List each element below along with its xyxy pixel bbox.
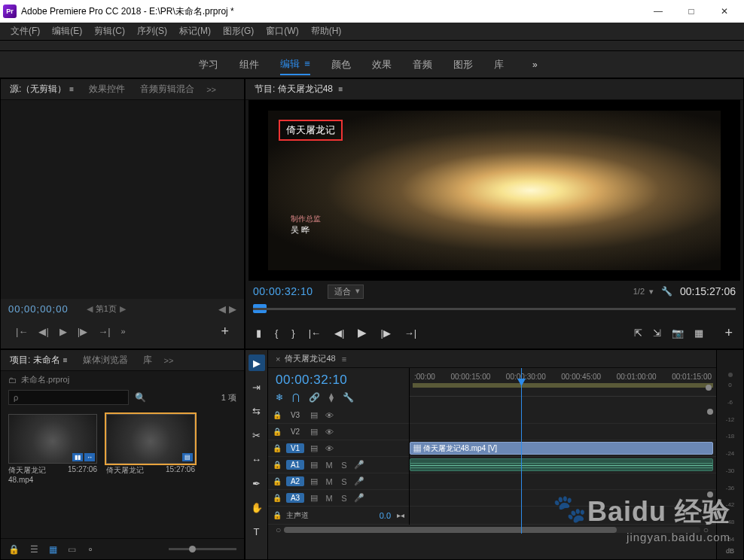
overflow-icon[interactable]: >> [203,85,219,94]
lock-icon[interactable]: 🔒 [273,428,282,436]
lock-icon[interactable]: 🔒 [273,494,282,502]
track-header-a2[interactable]: 🔒A2▤MS🎤 [268,473,409,490]
mute-icon[interactable]: M [324,461,334,470]
filter-bin-icon[interactable]: 🔍 [135,392,146,403]
step-back-button[interactable]: ◀| [38,326,48,337]
linked-selection-icon[interactable]: 🔗 [309,392,320,403]
menu-sequence[interactable]: 序列(S) [131,25,173,38]
step-fwd-button[interactable]: |▶ [380,327,390,339]
workspace-audio[interactable]: 音频 [413,55,432,75]
hand-tool[interactable]: ✋ [249,499,265,516]
menu-edit[interactable]: 编辑(E) [46,25,88,38]
ripple-edit-tool[interactable]: ⇆ [249,403,265,419]
toggle-output-icon[interactable]: ▤ [309,410,319,420]
mute-icon[interactable]: M [324,477,334,486]
source-timecode[interactable]: 00;00;00;00 [8,303,69,315]
settings-icon[interactable]: 🔧 [661,286,672,297]
toggle-output-icon[interactable]: ▤ [309,493,319,503]
toggle-output-icon[interactable]: ▤ [309,460,319,470]
project-breadcrumb[interactable]: 未命名.prproj [21,374,69,385]
panel-menu-icon[interactable]: ≡ [338,85,343,93]
workspace-color[interactable]: 颜色 [331,55,351,75]
audio-clip[interactable] [410,458,713,471]
workspace-graphics[interactable]: 图形 [453,55,473,75]
track-header-v1[interactable]: 🔒V1▤👁 [268,440,409,457]
program-scrubber[interactable] [245,302,743,317]
tab-program[interactable]: 节目: 倚天屠龙记48 ≡ [249,80,349,99]
lock-icon[interactable]: 🔒 [273,461,282,469]
menu-marker[interactable]: 标记(M) [173,25,217,38]
menu-window[interactable]: 窗口(W) [260,25,304,38]
project-item[interactable]: ▤ 倚天屠龙记15:27:06 [106,414,195,477]
page-prev-icon[interactable]: ◀ [87,304,93,314]
project-item[interactable]: ▮▮↔ 倚天屠龙记48.mp415:27:06 [8,414,97,485]
tab-media-browser[interactable]: 媒体浏览器 [77,351,134,370]
expand-icon[interactable]: ▸◂ [397,511,404,519]
track-header-a3[interactable]: 🔒A3▤MS🎤 [268,490,409,507]
add-button[interactable]: + [221,324,229,339]
workspace-effects[interactable]: 效果 [372,55,392,75]
track-header-v3[interactable]: 🔒V3▤👁 [268,407,409,424]
mark-out-button[interactable]: } [291,327,294,339]
slip-tool[interactable]: ↔ [249,451,265,467]
workspace-editing[interactable]: 编辑≡ [280,54,310,75]
voice-icon[interactable]: 🎤 [354,493,364,503]
tab-audio-clip-mixer[interactable]: 音频剪辑混合 [134,80,200,99]
nav-arrows[interactable]: ◀ ▶ [218,303,236,315]
voice-icon[interactable]: 🎤 [354,476,364,486]
lift-button[interactable]: ⇱ [634,327,642,339]
lock-icon[interactable]: 🔒 [273,411,282,419]
close-sequence-icon[interactable]: × [276,355,280,364]
minimize-button[interactable]: — [642,1,675,22]
workspace-overflow[interactable]: » [525,59,545,70]
close-button[interactable]: ✕ [708,1,741,22]
menu-file[interactable]: 文件(F) [5,25,46,38]
solo-icon[interactable]: S [339,477,349,486]
playhead[interactable] [521,368,522,534]
pen-tool[interactable]: ✒ [249,475,265,492]
goto-out-button[interactable]: →| [404,327,416,339]
razor-tool[interactable]: ✂ [249,427,265,443]
panel-menu-icon[interactable]: ≡ [69,85,74,93]
extract-button[interactable]: ⇲ [653,327,661,339]
menu-clip[interactable]: 剪辑(C) [88,25,131,38]
bin-icon[interactable]: 🗀 [8,376,17,385]
page-control[interactable]: ◀ 第1页 ▶ [87,303,126,315]
track-header-v2[interactable]: 🔒V2▤👁 [268,424,409,440]
compare-button[interactable]: ▦ [694,327,703,339]
eye-icon[interactable]: 👁 [324,411,334,420]
source-viewport[interactable] [1,100,244,299]
export-frame-button[interactable]: 📷 [672,327,684,339]
source-more-icon[interactable]: » [121,327,126,336]
tab-effect-controls[interactable]: 效果控件 [83,80,131,99]
search-input[interactable] [8,390,129,405]
add-marker-button[interactable]: ▮ [256,327,261,339]
mute-icon[interactable]: M [324,494,334,503]
lock-icon[interactable]: 🔒 [273,477,282,485]
zoom-fit-dropdown[interactable]: 适合 [328,285,364,299]
time-ruler[interactable]: :00:00 00:00:15:00 00:00:30:00 00:00:45:… [410,368,716,397]
settings-icon[interactable]: 🔧 [343,392,354,403]
toggle-output-icon[interactable]: ▤ [309,476,319,486]
panel-menu-icon[interactable]: ≡ [63,356,68,364]
overflow-icon[interactable]: >> [161,356,177,365]
marker-icon[interactable]: ⧫ [329,392,334,403]
type-tool[interactable]: T [249,523,265,540]
toggle-output-icon[interactable]: ▤ [309,443,319,453]
solo-icon[interactable]: S [339,461,349,470]
workspace-assembly[interactable]: 组件 [239,55,259,75]
menu-help[interactable]: 帮助(H) [305,25,348,38]
panel-menu-icon[interactable]: ≡ [342,355,346,364]
button-editor[interactable]: + [724,325,733,341]
step-fwd-button[interactable]: |▶ [78,326,87,337]
timeline-zoom-bar[interactable]: ○ ○ [268,525,716,535]
playback-res[interactable]: 1/2 ▾ [633,287,654,297]
tab-source[interactable]: 源:（无剪辑）≡ [4,80,80,99]
thumbnail-size-slider[interactable] [169,548,236,550]
track-header-master[interactable]: 🔒主声道0.0▸◂ [268,507,409,525]
tab-project[interactable]: 项目: 未命名≡ [4,351,74,370]
mark-in-button[interactable]: { [275,327,278,339]
play-button[interactable]: ▶ [358,326,367,339]
workspace-libraries[interactable]: 库 [494,55,504,75]
video-clip[interactable]: ▦ 倚天屠龙记48.mp4 [V] [410,442,713,455]
